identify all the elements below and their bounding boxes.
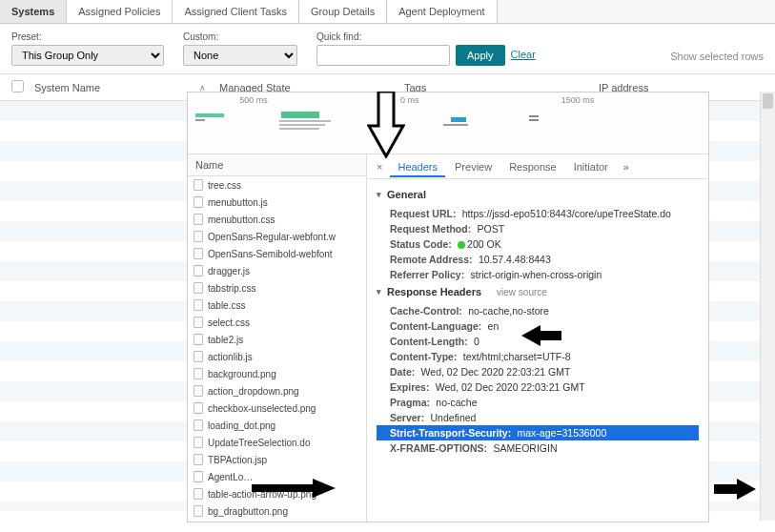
tab-initiator[interactable]: Initiator <box>566 156 616 177</box>
more-tabs-icon[interactable]: » <box>618 161 635 173</box>
custom-select[interactable]: None <box>183 45 297 66</box>
name-column-header[interactable]: Name <box>188 154 366 176</box>
network-request-row[interactable]: UpdateTreeSelection.do <box>188 434 366 451</box>
tab-headers[interactable]: Headers <box>390 156 445 177</box>
file-icon <box>194 231 203 242</box>
file-name: TBPAction.jsp <box>208 455 267 465</box>
timeline-tick: 1500 ms <box>561 95 695 105</box>
file-icon <box>194 419 203 431</box>
file-icon <box>194 334 203 345</box>
file-name: action_dropdown.png <box>208 386 299 397</box>
network-request-row[interactable]: table2.js <box>188 331 366 348</box>
show-selected-rows[interactable]: Show selected rows <box>670 51 764 62</box>
file-name: UpdateTreeSelection.do <box>208 438 310 448</box>
tab-systems[interactable]: Systems <box>0 0 67 23</box>
preset-label: Preset: <box>11 31 164 42</box>
network-file-list[interactable]: tree.cssmenubutton.jsmenubutton.cssOpenS… <box>188 176 366 522</box>
close-icon[interactable]: × <box>371 161 388 173</box>
network-request-row[interactable]: actionlib.js <box>188 348 366 365</box>
file-icon <box>194 505 203 517</box>
file-name: actionlib.js <box>208 352 253 362</box>
response-headers-section[interactable]: Response Headers view source <box>377 286 699 297</box>
file-name: AgentLo… <box>208 472 253 482</box>
file-name: OpenSans-Semibold-webfont <box>208 249 333 259</box>
main-tabs: Systems Assigned Policies Assigned Clien… <box>0 0 775 24</box>
network-request-row[interactable]: action_dropdown.png <box>188 382 366 399</box>
file-icon <box>194 402 203 414</box>
network-request-row[interactable]: table-action-arrow-up.png <box>188 485 366 502</box>
response-header-row[interactable]: Content-Length: 0 <box>377 334 699 349</box>
general-section[interactable]: General <box>377 189 699 200</box>
file-icon <box>194 282 203 294</box>
network-request-row[interactable]: menubutton.js <box>188 194 366 211</box>
clear-link[interactable]: Clear <box>511 49 536 60</box>
timeline-tick: 500 ms <box>239 95 373 105</box>
tab-preview[interactable]: Preview <box>447 156 500 177</box>
response-header-row[interactable]: Server: Undefined <box>377 410 699 425</box>
vertical-scrollbar[interactable] <box>760 92 775 521</box>
response-header-row[interactable]: Cache-Control: no-cache,no-store <box>377 303 699 318</box>
file-name: select.css <box>208 317 250 328</box>
tab-assigned-policies[interactable]: Assigned Policies <box>67 0 173 23</box>
network-request-row[interactable]: menubutton.css <box>188 211 366 228</box>
detail-tabs: × Headers Preview Response Initiator » <box>367 154 708 179</box>
network-request-row[interactable]: checkbox-unselected.png <box>188 399 366 417</box>
file-name: table.css <box>208 300 245 311</box>
network-request-row[interactable]: table.css <box>188 297 366 314</box>
response-header-row[interactable]: Expires: Wed, 02 Dec 2020 22:03:21 GMT <box>377 379 699 395</box>
file-name: dragger.js <box>208 266 250 276</box>
response-header-row[interactable]: Strict-Transport-Security: max-age=31536… <box>377 425 699 440</box>
network-request-row[interactable]: AgentLo… <box>188 468 366 485</box>
network-request-row[interactable]: select.css <box>188 314 366 331</box>
col-system-name[interactable]: System Name <box>34 82 100 93</box>
file-name: table-action-arrow-up.png <box>208 489 316 500</box>
timeline-tick: 0 ms <box>400 95 534 105</box>
response-header-row[interactable]: Date: Wed, 02 Dec 2020 22:03:21 GMT <box>377 364 699 379</box>
response-header-row[interactable]: Content-Type: text/html;charset=UTF-8 <box>377 349 699 364</box>
view-source-link[interactable]: view source <box>497 287 547 297</box>
select-all-checkbox[interactable] <box>11 80 24 92</box>
network-request-row[interactable]: background.png <box>188 365 366 382</box>
custom-label: Custom: <box>183 31 297 42</box>
headers-detail[interactable]: General Request URL: https://jssd-epo510… <box>367 179 708 522</box>
network-request-row[interactable]: tabstrip.css <box>188 279 366 297</box>
sort-asc-icon[interactable]: ∧ <box>199 83 206 92</box>
file-icon <box>194 488 203 500</box>
timeline-graph <box>195 108 701 146</box>
tab-response[interactable]: Response <box>501 156 564 177</box>
preset-select[interactable]: This Group Only <box>11 45 164 66</box>
network-timeline[interactable]: 500 ms 0 ms 1500 ms <box>188 92 708 154</box>
network-request-row[interactable]: tree.css <box>188 176 366 194</box>
file-icon <box>194 299 203 311</box>
file-icon <box>194 454 203 465</box>
network-request-row[interactable]: bg_dragbutton.png <box>188 502 366 520</box>
network-request-row[interactable]: TBPAction.jsp <box>188 451 366 468</box>
network-request-row[interactable]: dragger.js <box>188 262 366 279</box>
response-header-row[interactable]: X-FRAME-OPTIONS: SAMEORIGIN <box>377 440 699 456</box>
filter-bar: Preset: This Group Only Custom: None Qui… <box>0 24 775 74</box>
file-name: tree.css <box>208 180 241 191</box>
network-request-row[interactable]: loading_dot.png <box>188 417 366 434</box>
file-icon <box>194 179 203 191</box>
file-name: loading_dot.png <box>208 420 275 431</box>
file-icon <box>194 265 203 276</box>
file-name: menubutton.css <box>208 215 275 225</box>
file-icon <box>194 437 203 448</box>
file-name: tabstrip.css <box>208 283 256 294</box>
apply-button[interactable]: Apply <box>456 45 505 66</box>
network-request-row[interactable]: OpenSans-Semibold-webfont <box>188 245 366 262</box>
file-icon <box>194 196 203 208</box>
network-request-row[interactable]: OpenSans-Regular-webfont.w <box>188 228 366 245</box>
tab-assigned-client-tasks[interactable]: Assigned Client Tasks <box>173 0 298 23</box>
file-name: bg_dragbutton.png <box>208 506 288 517</box>
file-name: menubutton.js <box>208 197 268 208</box>
response-header-row[interactable]: Pragma: no-cache <box>377 395 699 410</box>
devtools-panel: 500 ms 0 ms 1500 ms Name tree.cssmenubut… <box>187 92 709 522</box>
tab-agent-deployment[interactable]: Agent Deployment <box>387 0 498 23</box>
file-icon <box>194 317 203 328</box>
response-header-row[interactable]: Content-Language: en <box>377 318 699 334</box>
file-icon <box>194 368 203 379</box>
tab-group-details[interactable]: Group Details <box>299 0 387 23</box>
quick-find-input[interactable] <box>316 45 450 66</box>
file-icon <box>194 471 203 482</box>
